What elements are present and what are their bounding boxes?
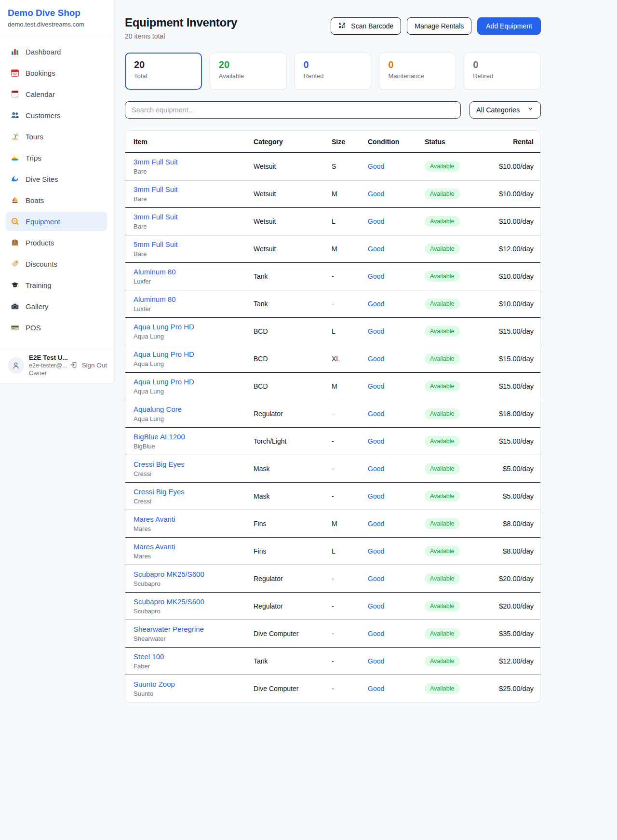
- item-name-link[interactable]: Aqua Lung Pro HD: [134, 323, 194, 331]
- users-icon: [11, 111, 19, 120]
- condition-link[interactable]: Good: [368, 465, 384, 473]
- sidebar-item-boats[interactable]: Boats: [6, 190, 107, 210]
- item-category: Mask: [254, 483, 332, 510]
- table-row: Steel 100FaberTank-GoodAvailable$12.00/d…: [125, 648, 541, 675]
- brand-name[interactable]: Demo Dive Shop: [8, 8, 105, 18]
- sign-out-button[interactable]: Sign Out: [70, 361, 107, 370]
- condition-link[interactable]: Good: [368, 300, 384, 308]
- item-name-link[interactable]: Mares Avanti: [134, 542, 175, 551]
- condition-link[interactable]: Good: [368, 217, 384, 225]
- stat-card-maintenance[interactable]: 0Maintenance: [379, 53, 456, 90]
- item-name-link[interactable]: Scubapro MK25/S600: [134, 570, 204, 578]
- condition-link[interactable]: Good: [368, 355, 384, 363]
- sidebar-item-label: Products: [26, 239, 54, 247]
- avatar: [8, 357, 24, 374]
- sidebar-item-pos[interactable]: POS: [6, 318, 107, 337]
- sidebar-item-trips[interactable]: Trips: [6, 148, 107, 167]
- item-name-link[interactable]: Cressi Big Eyes: [134, 460, 185, 468]
- sidebar-item-dive-sites[interactable]: Dive Sites: [6, 169, 107, 189]
- item-brand: Aqua Lung: [134, 333, 254, 340]
- item-name-link[interactable]: 5mm Full Suit: [134, 240, 178, 248]
- condition-link[interactable]: Good: [368, 163, 384, 170]
- item-name-link[interactable]: 3mm Full Suit: [134, 185, 178, 193]
- sidebar-item-customers[interactable]: Customers: [6, 106, 107, 125]
- table-row: Cressi Big EyesCressiMask-GoodAvailable$…: [125, 483, 541, 510]
- condition-link[interactable]: Good: [368, 272, 384, 280]
- item-name-link[interactable]: Aqua Lung Pro HD: [134, 378, 194, 386]
- scan-barcode-label: Scan Barcode: [351, 22, 393, 30]
- search-input[interactable]: [125, 101, 461, 119]
- sidebar-item-label: Dashboard: [26, 48, 61, 56]
- item-name-link[interactable]: Scubapro MK25/S600: [134, 597, 204, 606]
- item-name-link[interactable]: Suunto Zoop: [134, 680, 175, 688]
- condition-link[interactable]: Good: [368, 685, 384, 692]
- condition-link[interactable]: Good: [368, 575, 384, 583]
- add-equipment-button[interactable]: Add Equipment: [477, 17, 541, 35]
- condition-link[interactable]: Good: [368, 382, 384, 390]
- condition-link[interactable]: Good: [368, 630, 384, 637]
- sidebar-nav: Dashboard17BookingsCalendarCustomersTour…: [0, 35, 113, 348]
- item-size: -: [332, 648, 368, 675]
- table-row: Aqua Lung Pro HDAqua LungBCDXLGoodAvaila…: [125, 345, 541, 373]
- stat-card-retired[interactable]: 0Retired: [464, 53, 541, 90]
- sidebar-item-label: Customers: [26, 111, 61, 120]
- sidebar-item-equipment[interactable]: Equipment: [6, 212, 107, 231]
- item-size: L: [332, 538, 368, 565]
- column-header-condition[interactable]: Condition: [368, 131, 425, 152]
- sidebar-item-bookings[interactable]: 17Bookings: [6, 63, 107, 82]
- condition-link[interactable]: Good: [368, 327, 384, 335]
- category-select[interactable]: All Categories: [469, 101, 541, 119]
- condition-link[interactable]: Good: [368, 437, 384, 445]
- stat-card-available[interactable]: 20Available: [210, 53, 287, 90]
- condition-link[interactable]: Good: [368, 547, 384, 555]
- item-name-link[interactable]: Steel 100: [134, 652, 164, 661]
- sidebar-item-calendar[interactable]: Calendar: [6, 84, 107, 104]
- column-header-item[interactable]: Item: [125, 131, 254, 152]
- sidebar-item-training[interactable]: Training: [6, 275, 107, 295]
- stat-card-rented[interactable]: 0Rented: [295, 53, 372, 90]
- table-row: Scubapro MK25/S600ScubaproRegulator-Good…: [125, 565, 541, 593]
- status-badge: Available: [425, 436, 460, 447]
- sidebar-item-dashboard[interactable]: Dashboard: [6, 42, 107, 61]
- item-category: BCD: [254, 318, 332, 345]
- page-header: Equipment Inventory 20 items total Scan …: [125, 16, 541, 40]
- status-badge: Available: [425, 463, 460, 474]
- item-name-link[interactable]: BigBlue AL1200: [134, 433, 185, 441]
- item-name-link[interactable]: Aluminum 80: [134, 268, 176, 276]
- item-name-link[interactable]: 3mm Full Suit: [134, 213, 178, 221]
- item-name-link[interactable]: Aqua Lung Pro HD: [134, 350, 194, 358]
- item-name-link[interactable]: Shearwater Peregrine: [134, 625, 204, 633]
- status-badge: Available: [425, 216, 460, 227]
- column-header-rental[interactable]: Rental: [483, 131, 541, 152]
- column-header-size[interactable]: Size: [332, 131, 368, 152]
- column-header-status[interactable]: Status: [425, 131, 483, 152]
- item-name-link[interactable]: 3mm Full Suit: [134, 158, 178, 166]
- column-header-category[interactable]: Category: [254, 131, 332, 152]
- stat-card-total[interactable]: 20Total: [125, 53, 202, 90]
- item-brand: Luxfer: [134, 278, 254, 285]
- status-badge: Available: [425, 601, 460, 611]
- item-name-link[interactable]: Mares Avanti: [134, 515, 175, 523]
- condition-link[interactable]: Good: [368, 602, 384, 610]
- condition-link[interactable]: Good: [368, 245, 384, 253]
- item-name-link[interactable]: Cressi Big Eyes: [134, 488, 185, 496]
- condition-link[interactable]: Good: [368, 190, 384, 198]
- sidebar-item-discounts[interactable]: Discounts: [6, 254, 107, 273]
- sidebar-item-tours[interactable]: Tours: [6, 127, 107, 146]
- scan-barcode-button[interactable]: Scan Barcode: [331, 17, 401, 35]
- condition-link[interactable]: Good: [368, 410, 384, 418]
- sidebar-item-gallery[interactable]: Gallery: [6, 297, 107, 316]
- condition-link[interactable]: Good: [368, 520, 384, 528]
- item-brand: Luxfer: [134, 305, 254, 312]
- item-category: Dive Computer: [254, 620, 332, 648]
- condition-link[interactable]: Good: [368, 657, 384, 665]
- manage-rentals-button[interactable]: Manage Rentals: [407, 17, 471, 35]
- main-content: Equipment Inventory 20 items total Scan …: [113, 0, 541, 703]
- table-row: Aqua Lung Pro HDAqua LungBCDMGoodAvailab…: [125, 373, 541, 400]
- item-name-link[interactable]: Aluminum 80: [134, 295, 176, 303]
- condition-link[interactable]: Good: [368, 492, 384, 500]
- stat-value: 0: [473, 59, 532, 70]
- item-name-link[interactable]: Aqualung Core: [134, 405, 182, 413]
- sidebar-item-products[interactable]: Products: [6, 233, 107, 252]
- item-brand: Bare: [134, 223, 254, 230]
